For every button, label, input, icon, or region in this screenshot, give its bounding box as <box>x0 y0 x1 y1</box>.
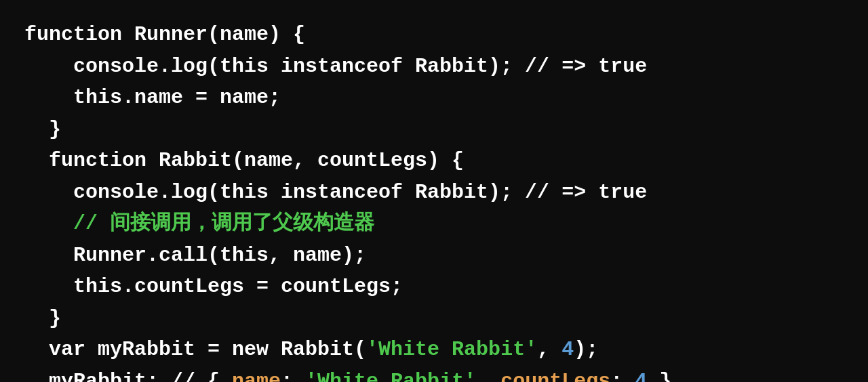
code-line-1: function Runner(name) { <box>24 19 844 51</box>
code-line-4: } <box>24 114 844 146</box>
code-line-6: console.log(this instanceof Rabbit); // … <box>24 177 844 209</box>
code-line-8: Runner.call(this, name); <box>24 240 844 272</box>
code-block: function Runner(name) { console.log(this… <box>0 0 868 382</box>
code-line-12: myRabbit; // { name: 'White Rabbit', cou… <box>24 366 844 383</box>
code-line-10: } <box>24 303 844 335</box>
code-line-11: var myRabbit = new Rabbit('White Rabbit'… <box>24 334 844 366</box>
code-line-2: console.log(this instanceof Rabbit); // … <box>24 51 844 83</box>
code-line-7: // 间接调用，调用了父级构造器 <box>24 208 844 240</box>
code-line-3: this.name = name; <box>24 82 844 114</box>
code-line-9: this.countLegs = countLegs; <box>24 271 844 303</box>
code-line-5: function Rabbit(name, countLegs) { <box>24 145 844 177</box>
